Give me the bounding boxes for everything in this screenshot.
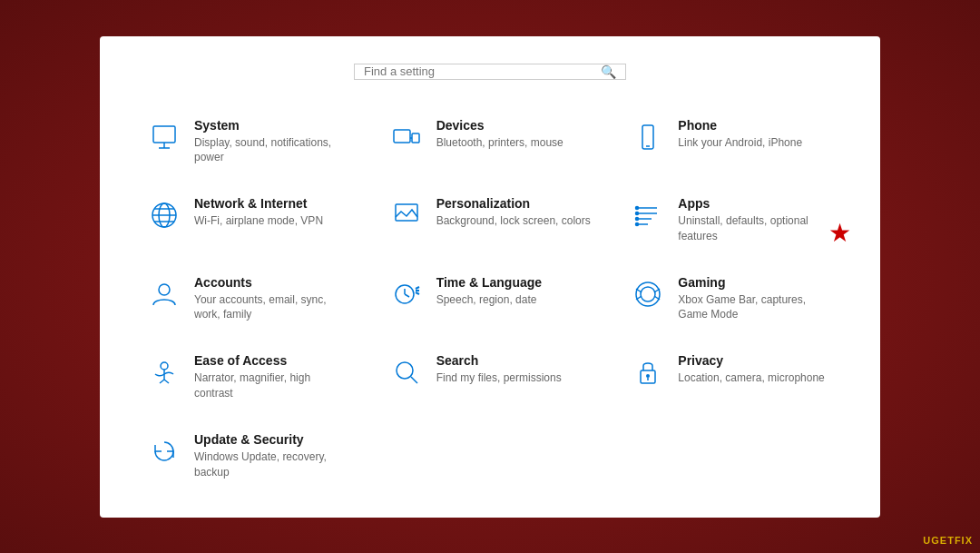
privacy-icon xyxy=(629,353,667,391)
svg-rect-4 xyxy=(412,133,419,143)
ease-text: Ease of AccessNarrator, magnifier, high … xyxy=(194,353,351,401)
network-text: Network & InternetWi-Fi, airplane mode, … xyxy=(194,196,323,229)
svg-rect-3 xyxy=(394,130,410,143)
svg-line-34 xyxy=(164,380,169,383)
svg-point-18 xyxy=(636,207,639,210)
setting-item-network[interactable]: Network & InternetWi-Fi, airplane mode, … xyxy=(136,185,360,255)
settings-grid: SystemDisplay, sound, notifications, pow… xyxy=(136,107,844,491)
watermark-text: UGETFIX xyxy=(923,535,973,546)
setting-item-privacy[interactable]: PrivacyLocation, camera, microphone xyxy=(620,342,844,412)
gaming-title: Gaming xyxy=(678,275,835,290)
setting-item-system[interactable]: SystemDisplay, sound, notifications, pow… xyxy=(136,107,360,177)
apps-text: AppsUninstall, defaults, optional featur… xyxy=(678,196,835,244)
svg-point-20 xyxy=(636,218,639,221)
privacy-desc: Location, camera, microphone xyxy=(678,370,824,386)
devices-icon xyxy=(387,118,426,156)
svg-point-38 xyxy=(646,374,650,378)
search-text: SearchFind my files, permissions xyxy=(436,353,562,386)
apps-icon xyxy=(629,196,667,234)
search-title: Search xyxy=(436,353,562,368)
setting-item-personalization[interactable]: PersonalizationBackground, lock screen, … xyxy=(378,185,603,255)
setting-item-devices[interactable]: DevicesBluetooth, printers, mouse xyxy=(378,107,603,177)
personalization-desc: Background, lock screen, colors xyxy=(436,213,591,229)
time-text: Time & LanguageSpeech, region, date xyxy=(436,275,542,308)
ease-title: Ease of Access xyxy=(194,353,351,368)
network-title: Network & Internet xyxy=(194,196,323,211)
svg-line-36 xyxy=(411,377,417,383)
setting-item-apps[interactable]: AppsUninstall, defaults, optional featur… xyxy=(620,185,844,255)
svg-point-27 xyxy=(641,287,655,301)
privacy-text: PrivacyLocation, camera, microphone xyxy=(678,353,824,386)
svg-line-33 xyxy=(160,380,164,383)
gaming-text: GamingXbox Game Bar, captures, Game Mode xyxy=(678,275,835,323)
time-desc: Speech, region, date xyxy=(436,292,542,308)
time-icon xyxy=(387,275,426,313)
search-input[interactable] xyxy=(364,64,601,78)
ease-icon xyxy=(145,353,183,391)
phone-title: Phone xyxy=(678,118,802,133)
accounts-desc: Your accounts, email, sync, work, family xyxy=(194,292,351,323)
system-icon xyxy=(145,118,183,156)
svg-point-22 xyxy=(159,284,170,295)
personalization-text: PersonalizationBackground, lock screen, … xyxy=(436,196,591,229)
setting-item-accounts[interactable]: AccountsYour accounts, email, sync, work… xyxy=(136,264,360,334)
setting-item-ease[interactable]: Ease of AccessNarrator, magnifier, high … xyxy=(136,342,360,412)
gaming-desc: Xbox Game Bar, captures, Game Mode xyxy=(678,292,835,323)
search-bar[interactable]: 🔍 xyxy=(354,64,626,80)
setting-item-time[interactable]: Time & LanguageSpeech, region, date xyxy=(378,264,603,334)
time-title: Time & Language xyxy=(436,275,542,290)
network-desc: Wi-Fi, airplane mode, VPN xyxy=(194,213,323,229)
svg-rect-6 xyxy=(642,125,653,149)
phone-desc: Link your Android, iPhone xyxy=(678,135,802,151)
setting-item-gaming[interactable]: GamingXbox Game Bar, captures, Game Mode xyxy=(620,264,844,334)
svg-point-26 xyxy=(636,282,660,306)
system-text: SystemDisplay, sound, notifications, pow… xyxy=(194,118,351,166)
devices-desc: Bluetooth, printers, mouse xyxy=(436,135,564,151)
setting-item-phone[interactable]: PhoneLink your Android, iPhone xyxy=(620,107,844,177)
update-title: Update & Security xyxy=(194,432,351,447)
search-desc: Find my files, permissions xyxy=(436,370,562,386)
phone-icon xyxy=(629,118,667,156)
accounts-title: Accounts xyxy=(194,275,351,290)
system-title: System xyxy=(194,118,351,133)
svg-point-19 xyxy=(636,212,639,215)
svg-point-32 xyxy=(161,362,168,370)
settings-window: 🔍 SystemDisplay, sound, notifications, p… xyxy=(100,36,880,518)
search-icon: 🔍 xyxy=(601,64,616,79)
accounts-icon xyxy=(145,275,183,313)
gaming-icon xyxy=(629,275,667,313)
apps-title: Apps xyxy=(678,196,835,211)
accounts-text: AccountsYour accounts, email, sync, work… xyxy=(194,275,351,323)
setting-item-search[interactable]: SearchFind my files, permissions xyxy=(378,342,603,412)
devices-title: Devices xyxy=(436,118,564,133)
svg-point-35 xyxy=(397,362,413,379)
system-desc: Display, sound, notifications, power xyxy=(194,135,351,166)
svg-rect-0 xyxy=(153,126,175,143)
update-text: Update & SecurityWindows Update, recover… xyxy=(194,432,351,480)
svg-point-21 xyxy=(636,223,639,226)
network-icon xyxy=(145,196,183,234)
svg-line-25 xyxy=(405,294,409,297)
search-icon xyxy=(387,353,426,391)
watermark: UGETFIX xyxy=(923,535,973,546)
update-desc: Windows Update, recovery, backup xyxy=(194,449,351,480)
setting-item-update[interactable]: Update & SecurityWindows Update, recover… xyxy=(136,421,360,491)
privacy-title: Privacy xyxy=(678,353,824,368)
update-icon xyxy=(145,432,183,470)
devices-text: DevicesBluetooth, printers, mouse xyxy=(436,118,564,151)
phone-text: PhoneLink your Android, iPhone xyxy=(678,118,802,151)
personalization-title: Personalization xyxy=(436,196,591,211)
personalization-icon xyxy=(387,196,426,234)
ease-desc: Narrator, magnifier, high contrast xyxy=(194,370,351,401)
apps-desc: Uninstall, defaults, optional features xyxy=(678,213,835,244)
